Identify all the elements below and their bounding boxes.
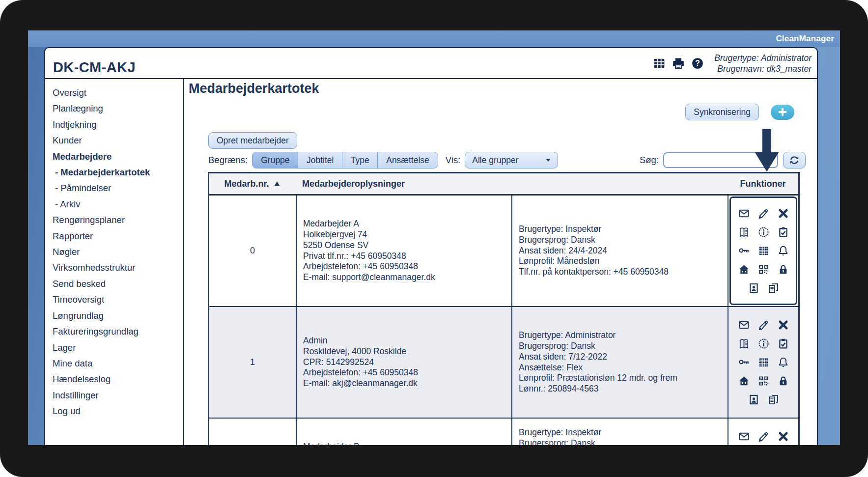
user-name-label: Brugernavn: dk3_master [714,63,812,74]
calendar-icon[interactable] [758,357,769,368]
timesheet-icon[interactable] [738,226,750,238]
print-icon[interactable] [672,57,685,70]
device-bezel: CleanManager DK-CM-AKJ Brugertype: Admin… [0,0,868,477]
delete-icon[interactable] [778,319,789,331]
home-icon[interactable] [738,375,750,387]
browser-topbar: CleanManager [28,30,840,47]
segment-gruppe[interactable]: Gruppe [252,152,298,168]
info-icon[interactable] [758,338,769,349]
user-type-label: Brugertype: Administrator [714,53,812,63]
sidebar-item-medarbejdere[interactable]: Medarbejdere [53,149,183,165]
sidebar-item-mine-data[interactable]: Mine data [53,356,183,371]
photo-id-icon[interactable] [748,394,759,405]
column-header-info[interactable]: Medarbejderoplysninger [296,173,511,194]
employee-details: Brugertype: AdministratorBrugersprog: Da… [511,307,728,418]
key-icon[interactable] [738,245,750,256]
sidebar-item-planlaegning[interactable]: Planlægning [53,101,183,116]
edit-icon[interactable] [758,208,769,219]
sidebar-item-timeoversigt[interactable]: Timeoversigt [53,292,183,308]
show-label: Vis: [446,155,461,166]
text-line: CPR: 5142992524 [303,357,511,368]
qr-code-icon[interactable] [758,264,769,275]
plus-icon [778,107,787,117]
notification-bell-icon[interactable] [778,357,789,368]
sidebar-item-paamindelser[interactable]: - Påmindelser [53,180,183,196]
help-icon[interactable] [691,57,704,70]
sidebar-item-nogler[interactable]: Nøgler [53,244,183,260]
text-line: E-mail: support@cleanmanager.dk [303,272,511,283]
sidebar-item-lager[interactable]: Lager [53,340,183,356]
add-employee-plus-button[interactable] [771,105,794,120]
table-view-icon[interactable] [653,57,666,70]
sidebar-item-send-besked[interactable]: Send besked [53,276,183,292]
delete-icon[interactable] [778,431,789,442]
documents-icon[interactable] [768,282,779,294]
action-icon-grid [738,431,789,445]
text-line: Ansat siden: 24/4-2024 [519,246,728,256]
sidebar-item-faktureringsgrundlag[interactable]: Faktureringsgrundlag [53,324,183,339]
create-employee-button[interactable]: Opret medarbejder [208,132,297,149]
refresh-button[interactable] [783,152,806,168]
photo-id-icon[interactable] [748,282,759,294]
actions-highlight-box [729,196,797,305]
checklist-icon[interactable] [778,338,789,349]
key-icon[interactable] [738,357,750,368]
table-header-row: Medarb.nr. Medarbejderoplysninger Funkti… [209,173,798,196]
mail-icon[interactable] [738,319,750,331]
text-line: Medarbejder A [303,219,511,229]
chevron-down-icon [545,157,552,164]
sidebar-item-log-ud[interactable]: Log ud [53,403,183,419]
sort-ascending-icon [273,180,281,187]
segment-jobtitel[interactable]: Jobtitel [298,152,342,168]
top-actions: Synkronisering [685,104,794,120]
sidebar-item-haendelseslog[interactable]: Hændelseslog [53,371,183,387]
calendar-icon[interactable] [758,245,769,256]
window-body: Oversigt Planlægning Indtjekning Kunder … [45,79,817,445]
timesheet-icon[interactable] [738,338,750,349]
info-icon[interactable] [758,226,769,238]
segment-type[interactable]: Type [342,152,378,168]
qr-code-icon[interactable] [758,375,769,387]
header-tools: Brugertype: Administrator Brugernavn: dk… [653,53,812,74]
segment-ansaettelse[interactable]: Ansættelse [377,152,438,168]
sidebar-item-indstillinger[interactable]: Indstillinger [53,388,183,403]
text-line: Ansættelse: Flex [519,363,728,373]
sidebar-item-medarbejderkartotek[interactable]: - Medarbejderkartotek [53,165,183,180]
column-header-details [511,173,728,194]
lock-icon[interactable] [778,264,789,275]
lock-icon[interactable] [778,375,789,387]
refresh-icon [789,155,800,166]
sidebar-item-virksomhedsstruktur[interactable]: Virksomhedsstruktur [53,260,183,276]
action-icon-grid [738,319,789,405]
screenshot-stage: CleanManager DK-CM-AKJ Brugertype: Admin… [0,0,868,477]
documents-icon[interactable] [768,394,779,405]
sidebar-nav: Oversigt Planlægning Indtjekning Kunder … [45,79,184,445]
checklist-icon[interactable] [778,226,789,238]
synchronize-button[interactable]: Synkronisering [685,104,759,120]
sidebar-item-longrundlag[interactable]: Løngrundlag [53,308,183,324]
mail-icon[interactable] [738,208,750,219]
edit-icon[interactable] [758,431,769,442]
limit-label: Begræns: [208,155,248,166]
sidebar-item-indtjekning[interactable]: Indtjekning [53,117,183,133]
search-label: Søg: [640,155,659,166]
employee-info: AdminRoskildevej, 4000 RoskildeCPR: 5142… [296,307,511,418]
sidebar-item-oversigt[interactable]: Oversigt [53,85,183,101]
text-line: Holkebjergvej 74 [303,229,511,240]
notification-bell-icon[interactable] [778,245,789,256]
home-icon[interactable] [738,264,750,275]
sidebar-item-arkiv[interactable]: - Arkiv [53,196,183,212]
mail-icon[interactable] [738,431,750,442]
sidebar-item-kunder[interactable]: Kunder [53,133,183,148]
text-line: Admin [303,336,511,346]
employee-details: Brugertype: InspektørBrugersprog: DanskA… [511,196,728,306]
sidebar-item-rengoringsplaner[interactable]: Rengøringsplaner [53,212,183,228]
edit-icon[interactable] [758,319,769,331]
group-filter-dropdown[interactable]: Alle grupper [465,152,558,168]
text-line: Brugersprog: Dansk [519,235,728,246]
column-header-number[interactable]: Medarb.nr. [209,173,296,194]
delete-icon[interactable] [778,208,789,219]
sidebar-item-rapporter[interactable]: Rapporter [53,228,183,244]
text-line: Lønnr.: 250894-4563 [519,384,728,394]
text-line: Ansat siden: 7/12-2022 [519,352,728,363]
